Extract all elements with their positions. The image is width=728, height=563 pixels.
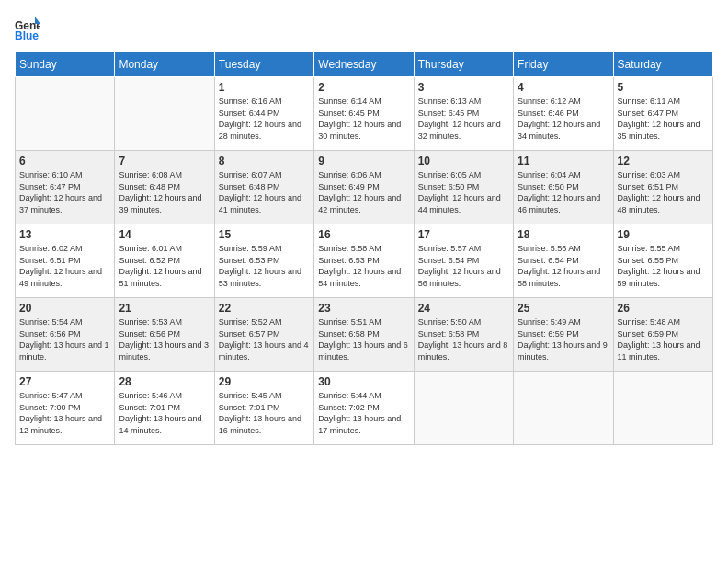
weekday-header-friday: Friday xyxy=(514,52,613,77)
day-info: Sunrise: 5:48 AMSunset: 6:59 PMDaylight:… xyxy=(618,316,709,362)
day-info: Sunrise: 6:06 AMSunset: 6:49 PMDaylight:… xyxy=(318,169,409,215)
day-number: 25 xyxy=(518,302,609,315)
day-number: 27 xyxy=(19,375,110,388)
day-info: Sunrise: 5:57 AMSunset: 6:54 PMDaylight:… xyxy=(418,243,509,289)
calendar-cell: 7Sunrise: 6:08 AMSunset: 6:48 PMDaylight… xyxy=(115,151,214,224)
day-number: 16 xyxy=(318,228,409,241)
calendar-cell: 6Sunrise: 6:10 AMSunset: 6:47 PMDaylight… xyxy=(16,151,115,224)
day-info: Sunrise: 5:47 AMSunset: 7:00 PMDaylight:… xyxy=(19,390,110,436)
day-info: Sunrise: 6:11 AMSunset: 6:47 PMDaylight:… xyxy=(618,96,709,142)
calendar-cell: 24Sunrise: 5:50 AMSunset: 6:58 PMDayligh… xyxy=(414,298,513,372)
day-number: 15 xyxy=(219,228,310,241)
day-number: 10 xyxy=(418,155,509,167)
calendar-cell: 8Sunrise: 6:07 AMSunset: 6:48 PMDaylight… xyxy=(214,151,313,224)
day-info: Sunrise: 5:49 AMSunset: 6:59 PMDaylight:… xyxy=(518,316,609,362)
day-number: 22 xyxy=(219,302,310,315)
calendar-week-3: 13Sunrise: 6:02 AMSunset: 6:51 PMDayligh… xyxy=(16,224,713,298)
calendar-cell: 16Sunrise: 5:58 AMSunset: 6:53 PMDayligh… xyxy=(314,224,414,298)
day-info: Sunrise: 5:58 AMSunset: 6:53 PMDaylight:… xyxy=(318,243,409,289)
day-info: Sunrise: 6:14 AMSunset: 6:45 PMDaylight:… xyxy=(318,96,409,142)
calendar-cell: 5Sunrise: 6:11 AMSunset: 6:47 PMDaylight… xyxy=(613,77,712,151)
day-info: Sunrise: 6:04 AMSunset: 6:50 PMDaylight:… xyxy=(518,169,609,215)
calendar-cell: 27Sunrise: 5:47 AMSunset: 7:00 PMDayligh… xyxy=(16,372,115,445)
day-number: 2 xyxy=(318,81,409,94)
day-number: 21 xyxy=(119,302,210,315)
logo: General Blue xyxy=(15,15,44,40)
calendar-cell: 9Sunrise: 6:06 AMSunset: 6:49 PMDaylight… xyxy=(314,151,414,224)
calendar-cell xyxy=(115,77,214,151)
day-number: 20 xyxy=(19,302,110,315)
day-info: Sunrise: 6:05 AMSunset: 6:50 PMDaylight:… xyxy=(418,169,509,215)
logo-icon: General Blue xyxy=(15,15,40,40)
day-info: Sunrise: 5:54 AMSunset: 6:56 PMDaylight:… xyxy=(19,316,110,362)
day-number: 18 xyxy=(518,228,609,241)
day-info: Sunrise: 5:52 AMSunset: 6:57 PMDaylight:… xyxy=(219,316,310,362)
calendar-cell: 23Sunrise: 5:51 AMSunset: 6:58 PMDayligh… xyxy=(314,298,414,372)
calendar-cell: 2Sunrise: 6:14 AMSunset: 6:45 PMDaylight… xyxy=(314,77,414,151)
calendar-cell: 13Sunrise: 6:02 AMSunset: 6:51 PMDayligh… xyxy=(16,224,115,298)
day-number: 28 xyxy=(119,375,210,388)
weekday-header-sunday: Sunday xyxy=(16,52,115,77)
calendar-cell: 28Sunrise: 5:46 AMSunset: 7:01 PMDayligh… xyxy=(115,372,214,445)
calendar-cell: 4Sunrise: 6:12 AMSunset: 6:46 PMDaylight… xyxy=(514,77,613,151)
day-info: Sunrise: 5:59 AMSunset: 6:53 PMDaylight:… xyxy=(219,243,310,289)
calendar-cell: 22Sunrise: 5:52 AMSunset: 6:57 PMDayligh… xyxy=(214,298,313,372)
day-number: 9 xyxy=(318,155,409,167)
day-info: Sunrise: 5:55 AMSunset: 6:55 PMDaylight:… xyxy=(618,243,709,289)
day-number: 5 xyxy=(618,81,709,94)
day-info: Sunrise: 5:45 AMSunset: 7:01 PMDaylight:… xyxy=(219,390,310,436)
day-info: Sunrise: 6:16 AMSunset: 6:44 PMDaylight:… xyxy=(219,96,310,142)
day-info: Sunrise: 5:50 AMSunset: 6:58 PMDaylight:… xyxy=(418,316,509,362)
day-info: Sunrise: 5:53 AMSunset: 6:56 PMDaylight:… xyxy=(119,316,210,362)
day-number: 11 xyxy=(518,155,609,167)
day-number: 24 xyxy=(418,302,509,315)
calendar-week-4: 20Sunrise: 5:54 AMSunset: 6:56 PMDayligh… xyxy=(16,298,713,372)
calendar-cell: 10Sunrise: 6:05 AMSunset: 6:50 PMDayligh… xyxy=(414,151,513,224)
day-info: Sunrise: 6:13 AMSunset: 6:45 PMDaylight:… xyxy=(418,96,509,142)
day-info: Sunrise: 6:12 AMSunset: 6:46 PMDaylight:… xyxy=(518,96,609,142)
day-number: 29 xyxy=(219,375,310,388)
day-number: 1 xyxy=(219,81,310,94)
weekday-header-saturday: Saturday xyxy=(613,52,712,77)
calendar-cell: 15Sunrise: 5:59 AMSunset: 6:53 PMDayligh… xyxy=(214,224,313,298)
day-number: 14 xyxy=(119,228,210,241)
calendar-cell: 17Sunrise: 5:57 AMSunset: 6:54 PMDayligh… xyxy=(414,224,513,298)
calendar-cell: 19Sunrise: 5:55 AMSunset: 6:55 PMDayligh… xyxy=(613,224,712,298)
day-info: Sunrise: 6:01 AMSunset: 6:52 PMDaylight:… xyxy=(119,243,210,289)
day-number: 17 xyxy=(418,228,509,241)
day-info: Sunrise: 5:56 AMSunset: 6:54 PMDaylight:… xyxy=(518,243,609,289)
weekday-header-monday: Monday xyxy=(115,52,214,77)
day-info: Sunrise: 5:46 AMSunset: 7:01 PMDaylight:… xyxy=(119,390,210,436)
calendar-week-1: 1Sunrise: 6:16 AMSunset: 6:44 PMDaylight… xyxy=(16,77,713,151)
day-number: 30 xyxy=(318,375,409,388)
day-info: Sunrise: 6:08 AMSunset: 6:48 PMDaylight:… xyxy=(119,169,210,215)
calendar-cell: 20Sunrise: 5:54 AMSunset: 6:56 PMDayligh… xyxy=(16,298,115,372)
day-number: 3 xyxy=(418,81,509,94)
weekday-header-tuesday: Tuesday xyxy=(214,52,313,77)
calendar-week-2: 6Sunrise: 6:10 AMSunset: 6:47 PMDaylight… xyxy=(16,151,713,224)
calendar-cell xyxy=(514,372,613,445)
day-info: Sunrise: 6:10 AMSunset: 6:47 PMDaylight:… xyxy=(19,169,110,215)
day-number: 19 xyxy=(618,228,709,241)
day-number: 7 xyxy=(119,155,210,167)
day-number: 23 xyxy=(318,302,409,315)
day-info: Sunrise: 6:07 AMSunset: 6:48 PMDaylight:… xyxy=(219,169,310,215)
weekday-header-row: SundayMondayTuesdayWednesdayThursdayFrid… xyxy=(16,52,713,77)
day-info: Sunrise: 6:03 AMSunset: 6:51 PMDaylight:… xyxy=(618,169,709,215)
calendar-week-5: 27Sunrise: 5:47 AMSunset: 7:00 PMDayligh… xyxy=(16,372,713,445)
day-number: 4 xyxy=(518,81,609,94)
calendar-cell: 3Sunrise: 6:13 AMSunset: 6:45 PMDaylight… xyxy=(414,77,513,151)
calendar: SundayMondayTuesdayWednesdayThursdayFrid… xyxy=(15,52,713,445)
day-number: 13 xyxy=(19,228,110,241)
calendar-cell: 26Sunrise: 5:48 AMSunset: 6:59 PMDayligh… xyxy=(613,298,712,372)
day-number: 12 xyxy=(618,155,709,167)
calendar-cell: 11Sunrise: 6:04 AMSunset: 6:50 PMDayligh… xyxy=(514,151,613,224)
day-info: Sunrise: 5:51 AMSunset: 6:58 PMDaylight:… xyxy=(318,316,409,362)
day-number: 6 xyxy=(19,155,110,167)
calendar-cell xyxy=(613,372,712,445)
header: General Blue xyxy=(15,15,713,40)
calendar-cell: 30Sunrise: 5:44 AMSunset: 7:02 PMDayligh… xyxy=(314,372,414,445)
day-number: 26 xyxy=(618,302,709,315)
calendar-cell xyxy=(414,372,513,445)
calendar-cell: 25Sunrise: 5:49 AMSunset: 6:59 PMDayligh… xyxy=(514,298,613,372)
